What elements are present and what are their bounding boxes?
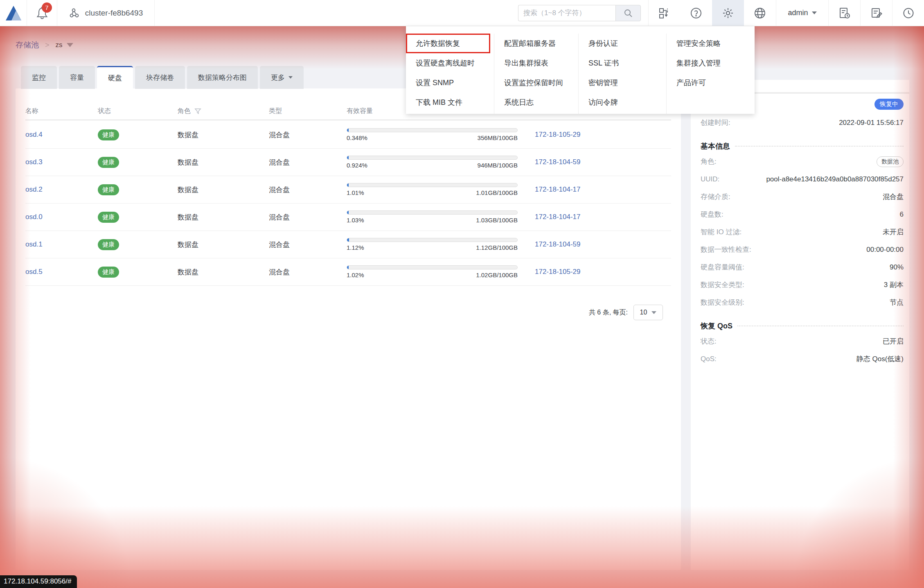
menu-item[interactable]: 管理安全策略	[676, 34, 755, 53]
disk-name-link[interactable]: osd.5	[25, 268, 43, 276]
settings-button[interactable]	[712, 0, 744, 26]
capacity-text-row: 1.12%1.12GB/100GB	[347, 244, 518, 251]
menu-item[interactable]: 身份认证	[588, 34, 666, 53]
breadcrumb-root-link[interactable]: 存储池	[16, 40, 39, 50]
node-link[interactable]: 172-18-104-59	[535, 240, 581, 248]
status-badge: 健康	[98, 267, 119, 278]
disk-role-cell: 数据盘	[178, 213, 269, 222]
basic-info-row: 存储介质:混合盘	[701, 188, 904, 206]
help-button[interactable]	[680, 0, 712, 26]
disk-status-cell: 健康	[98, 212, 178, 223]
capacity-cell: 1.02%1.02GB/100GB	[347, 265, 535, 278]
tab-硬盘[interactable]: 硬盘	[97, 66, 133, 89]
detail-value: 已开启	[883, 337, 904, 346]
page-size-select[interactable]: 10	[633, 305, 663, 320]
disk-name-link[interactable]: osd.2	[25, 185, 43, 193]
disk-name-link[interactable]: osd.0	[25, 213, 43, 221]
tab-数据策略分布图[interactable]: 数据策略分布图	[187, 66, 258, 89]
menu-item[interactable]: 导出集群报表	[504, 53, 578, 73]
detail-value: 静态 Qos(低速)	[856, 354, 904, 364]
search-input[interactable]	[518, 5, 615, 21]
detail-label: UUID:	[701, 175, 719, 183]
used-percent: 1.01%	[347, 189, 364, 196]
menu-item[interactable]: 系统日志	[504, 93, 578, 112]
menu-item[interactable]: 产品许可	[676, 73, 755, 93]
detail-value: 混合盘	[883, 192, 904, 201]
menu-item[interactable]: 配置邮箱服务器	[504, 34, 578, 53]
tab-监控[interactable]: 监控	[21, 66, 57, 89]
detail-label: 数据一致性检查:	[701, 245, 751, 254]
column-header: 状态	[98, 107, 178, 115]
capacity-text-row: 0.924%946MB/100GB	[347, 162, 518, 169]
disk-name-link[interactable]: osd.1	[25, 240, 43, 248]
created-time-value: 2022-09-01 15:56:17	[839, 119, 904, 127]
tab-块存储卷[interactable]: 块存储卷	[135, 66, 185, 89]
detail-label: QoS:	[701, 355, 717, 363]
settings-menu-column-3: 身份认证SSL 证书密钥管理访问令牌	[579, 34, 667, 114]
node-link[interactable]: 172-18-104-17	[535, 213, 581, 221]
created-time-row: 创建时间: 2022-09-01 15:56:17	[701, 114, 904, 131]
menu-item[interactable]: 设置监控保留时间	[504, 73, 578, 93]
topology-button[interactable]	[648, 0, 680, 26]
menu-item[interactable]: 密钥管理	[588, 73, 666, 93]
filter-funnel-icon[interactable]	[194, 108, 201, 115]
menu-item[interactable]: 集群接入管理	[676, 53, 755, 73]
breadcrumb: 存储池 > zs	[16, 40, 73, 50]
node-link[interactable]: 172-18-105-29	[535, 131, 581, 138]
status-badge: 健康	[98, 129, 119, 140]
column-header: 角色	[178, 107, 269, 115]
search-button[interactable]	[615, 5, 641, 21]
node-link[interactable]: 172-18-104-17	[535, 185, 581, 193]
capacity-value: 1.01GB/100GB	[476, 189, 518, 196]
disk-name-cell: osd.3	[25, 158, 98, 166]
menu-item[interactable]: 访问令牌	[588, 93, 666, 112]
capacity-bar-wrap: 1.03%1.03GB/100GB	[347, 210, 518, 224]
basic-info-heading: 基本信息	[701, 141, 904, 151]
recovery-qos-row: QoS:静态 Qos(低速)	[701, 350, 904, 368]
disk-name-link[interactable]: osd.4	[25, 131, 43, 138]
search-box	[518, 5, 641, 21]
disk-status-cell: 健康	[98, 129, 178, 140]
menu-item[interactable]: 允许数据恢复	[406, 34, 490, 53]
capacity-bar	[347, 183, 518, 187]
topbar-spacer	[155, 0, 518, 26]
status-badge: 健康	[98, 239, 119, 250]
menu-item[interactable]: 设置硬盘离线超时	[416, 53, 494, 73]
detail-value: 3 副本	[884, 280, 904, 289]
audit-log-button[interactable]	[860, 0, 892, 26]
disk-type-cell: 混合盘	[269, 240, 347, 249]
disk-name-link[interactable]: osd.3	[25, 158, 43, 166]
app-logo[interactable]	[0, 0, 27, 26]
table-row: osd.1健康数据盘混合盘1.12%1.12GB/100GB172-18-104…	[25, 231, 671, 258]
capacity-bar-wrap: 1.02%1.02GB/100GB	[347, 265, 518, 278]
menu-item[interactable]: 下载 MIB 文件	[416, 93, 494, 112]
tab-更多[interactable]: 更多	[260, 66, 304, 89]
disk-name-cell: osd.2	[25, 185, 98, 194]
table-row: osd.5健康数据盘混合盘1.02%1.02GB/100GB172-18-105…	[25, 258, 671, 286]
menu-item[interactable]: 设置 SNMP	[416, 73, 494, 93]
capacity-bar	[347, 128, 518, 132]
top-bar: 7 cluster-fe8b6493	[0, 0, 924, 26]
user-menu[interactable]: admin	[776, 0, 828, 26]
capacity-bar-fill	[347, 156, 349, 159]
language-button[interactable]	[744, 0, 776, 26]
disk-name-cell: osd.4	[25, 131, 98, 139]
recovery-qos-row: 状态:已开启	[701, 332, 904, 350]
pool-selector[interactable]: zs	[56, 41, 73, 49]
menu-item[interactable]: SSL 证书	[588, 53, 666, 73]
breadcrumb-separator: >	[45, 41, 50, 50]
settings-dropdown: 允许数据恢复设置硬盘离线超时设置 SNMP下载 MIB 文件配置邮箱服务器导出集…	[406, 26, 755, 114]
node-link[interactable]: 172-18-105-29	[535, 268, 581, 276]
cluster-selector[interactable]: cluster-fe8b6493	[57, 0, 155, 26]
session-clock-button[interactable]	[892, 0, 924, 26]
report-button[interactable]	[828, 0, 860, 26]
capacity-text-row: 1.01%1.01GB/100GB	[347, 189, 518, 196]
dotted-leader	[737, 326, 904, 326]
notifications-button[interactable]: 7	[27, 0, 57, 26]
detail-value: pool-a8e4e13416b249a0b0a887030f85d257	[766, 175, 904, 183]
recovery-qos-rows: 状态:已开启QoS:静态 Qos(低速)	[701, 332, 904, 368]
node-link[interactable]: 172-18-104-59	[535, 158, 581, 166]
tab-容量[interactable]: 容量	[59, 66, 95, 89]
basic-info-rows: 角色:数据池UUID:pool-a8e4e13416b249a0b0a88703…	[701, 153, 904, 311]
used-percent: 0.348%	[347, 134, 367, 141]
